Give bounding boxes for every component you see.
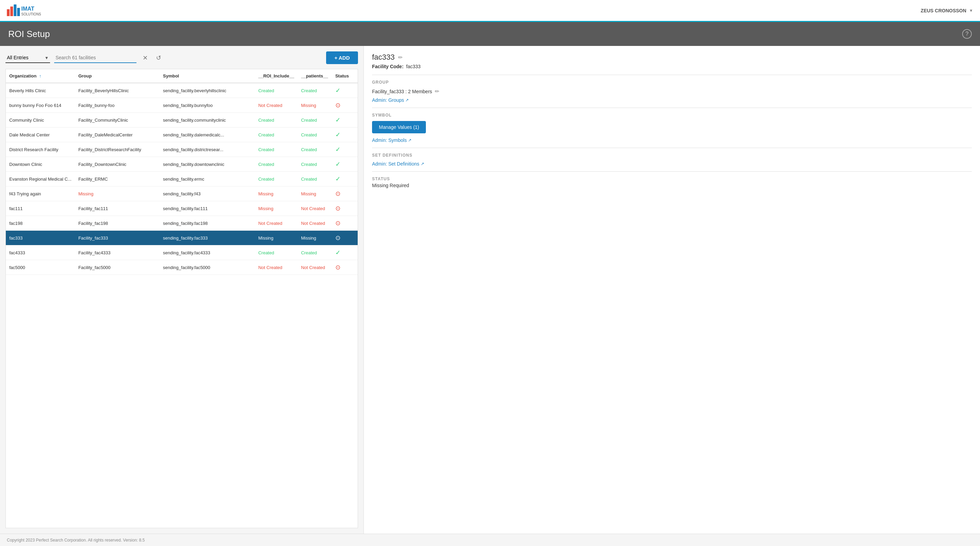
- status-warn-icon: ⊙: [336, 102, 340, 109]
- search-input[interactable]: [54, 53, 137, 63]
- table-row[interactable]: Dale Medical Center Facility_DaleMedical…: [6, 127, 358, 142]
- cell-group: Facility_fac198: [75, 216, 159, 231]
- cell-patients: Created: [298, 142, 332, 157]
- edit-title-icon[interactable]: ✏: [398, 54, 402, 61]
- table-row[interactable]: Downtown Clinic Facility_DowntownClinic …: [6, 157, 358, 172]
- search-clear-button[interactable]: ✕: [141, 54, 150, 62]
- col-header-patients[interactable]: __patients__: [298, 69, 332, 83]
- table-row[interactable]: bunny bunny Foo Foo 614 Facility_bunny-f…: [6, 98, 358, 113]
- edit-group-icon[interactable]: ✏: [435, 88, 439, 95]
- cell-patients: Created: [298, 245, 332, 260]
- facility-code-value: fac333: [406, 64, 421, 69]
- cell-group: Facility_fac333: [75, 231, 159, 245]
- table-row[interactable]: Community Clinic Facility_CommunityClini…: [6, 113, 358, 127]
- status-ok-icon: ✓: [336, 146, 340, 153]
- status-value: Missing Required: [372, 183, 972, 188]
- cell-group: Facility_bunny-foo: [75, 98, 159, 113]
- cell-org: fac198: [6, 216, 75, 231]
- table-row[interactable]: Beverly Hills Clinic Facility_BeverlyHil…: [6, 83, 358, 98]
- table-row[interactable]: Evanston Regional Medical C... Facility_…: [6, 172, 358, 186]
- add-button[interactable]: + ADD: [326, 51, 358, 64]
- chevron-down-icon: ▼: [969, 8, 973, 13]
- table-header: Organization ↑ Group Symbol __ROI_Includ…: [6, 69, 358, 83]
- manage-values-button[interactable]: Manage Values (1): [372, 121, 426, 133]
- user-dropdown[interactable]: ZEUS CRONOSSON ▼: [921, 8, 973, 13]
- cell-symbol: sending_facility.fac111: [159, 201, 255, 216]
- search-refresh-button[interactable]: ↺: [154, 54, 163, 62]
- external-link-icon: ↗: [405, 98, 409, 103]
- status-warn-icon: ⊙: [336, 205, 340, 212]
- cell-symbol: sending_facility.bunnyfoo: [159, 98, 255, 113]
- table-row[interactable]: fac333 Facility_fac333 sending_facility.…: [6, 231, 358, 245]
- cell-roi: Created: [255, 113, 298, 127]
- page-title: ROI Setup: [8, 29, 50, 40]
- cell-symbol: sending_facility.districtresear...: [159, 142, 255, 157]
- cell-roi: Created: [255, 83, 298, 98]
- cell-symbol: sending_facility.f43: [159, 186, 255, 201]
- col-header-status[interactable]: Status: [332, 69, 358, 83]
- group-name: Facility_fac333 : 2 Members: [372, 89, 432, 94]
- filter-wrapper: All Entries Created Not Created Missing …: [5, 53, 50, 63]
- table-row[interactable]: District Research Facility Facility_Dist…: [6, 142, 358, 157]
- cell-status: ✓: [332, 113, 358, 127]
- cell-status: ⊙: [332, 216, 358, 231]
- admin-symbols-link[interactable]: Admin: Symbols ↗: [372, 137, 972, 143]
- admin-symbols-label: Admin: Symbols: [372, 137, 407, 143]
- status-warn-icon: ⊙: [336, 264, 340, 271]
- cell-roi: Not Created: [255, 260, 298, 275]
- admin-groups-link[interactable]: Admin: Groups ↗: [372, 97, 972, 103]
- cell-group: Facility_DistrictResearchFacility: [75, 142, 159, 157]
- table-row[interactable]: fac5000 Facility_fac5000 sending_facilit…: [6, 260, 358, 275]
- detail-title-row: fac333 ✏: [372, 53, 972, 62]
- col-header-roi[interactable]: __ROI_Include__: [255, 69, 298, 83]
- sort-icon: ↑: [39, 73, 41, 78]
- cell-roi: Not Created: [255, 216, 298, 231]
- cell-status: ✓: [332, 83, 358, 98]
- cell-symbol: sending_facility.fac4333: [159, 245, 255, 260]
- table-body: Beverly Hills Clinic Facility_BeverlyHil…: [6, 83, 358, 275]
- detail-group-row: Facility_fac333 : 2 Members ✏: [372, 88, 972, 95]
- cell-status: ⊙: [332, 231, 358, 245]
- table-row[interactable]: f43 Trying again Missing sending_facilit…: [6, 186, 358, 201]
- cell-status: ✓: [332, 127, 358, 142]
- col-header-group[interactable]: Group: [75, 69, 159, 83]
- cell-status: ⊙: [332, 98, 358, 113]
- cell-org: fac5000: [6, 260, 75, 275]
- table-row[interactable]: fac4333 Facility_fac4333 sending_facilit…: [6, 245, 358, 260]
- cell-symbol: sending_facility.fac333: [159, 231, 255, 245]
- cell-patients: Created: [298, 157, 332, 172]
- col-header-organization[interactable]: Organization ↑: [6, 69, 75, 83]
- table-row[interactable]: fac111 Facility_fac111 sending_facility.…: [6, 201, 358, 216]
- status-warn-icon: ⊙: [336, 220, 340, 227]
- status-ok-icon: ✓: [336, 87, 340, 94]
- admin-set-definitions-link[interactable]: Admin: Set Definitions ↗: [372, 161, 972, 167]
- status-ok-icon: ✓: [336, 176, 340, 183]
- facilities-table-wrapper: Organization ↑ Group Symbol __ROI_Includ…: [5, 69, 358, 528]
- page-title-bar: ROI Setup ?: [0, 22, 980, 46]
- cell-group: Missing: [75, 186, 159, 201]
- cell-symbol: sending_facility.fac198: [159, 216, 255, 231]
- status-ok-icon: ✓: [336, 161, 340, 168]
- cell-status: ✓: [332, 142, 358, 157]
- cell-roi: Missing: [255, 231, 298, 245]
- status-warn-icon: ⊙: [336, 235, 340, 241]
- help-icon[interactable]: ?: [962, 29, 972, 39]
- filter-select[interactable]: All Entries Created Not Created Missing: [5, 53, 50, 63]
- detail-title: fac333: [372, 53, 395, 62]
- cell-roi: Missing: [255, 201, 298, 216]
- divider-4: [372, 171, 972, 172]
- cell-symbol: sending_facility.ermc: [159, 172, 255, 186]
- set-definitions-section-label: SET DEFINITIONS: [372, 153, 972, 158]
- col-header-symbol[interactable]: Symbol: [159, 69, 255, 83]
- table-row[interactable]: fac198 Facility_fac198 sending_facility.…: [6, 216, 358, 231]
- imat-logo: IMAT SOLUTIONS: [7, 3, 45, 18]
- cell-org: Downtown Clinic: [6, 157, 75, 172]
- cell-status: ⊙: [332, 201, 358, 216]
- footer: Copyright 2023 Perfect Search Corporatio…: [0, 534, 980, 546]
- cell-symbol: sending_facility.fac5000: [159, 260, 255, 275]
- svg-text:SOLUTIONS: SOLUTIONS: [21, 12, 41, 16]
- cell-org: f43 Trying again: [6, 186, 75, 201]
- status-warn-icon: ⊙: [336, 190, 340, 197]
- cell-org: District Research Facility: [6, 142, 75, 157]
- svg-rect-0: [7, 9, 10, 16]
